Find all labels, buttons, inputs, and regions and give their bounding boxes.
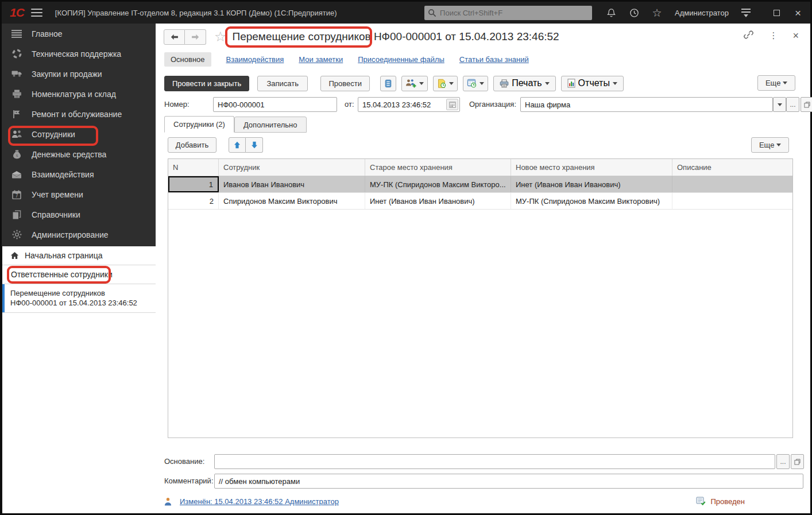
organization-label: Организация: — [469, 100, 516, 109]
global-search[interactable] — [424, 6, 592, 20]
table-row[interactable]: 1 Иванов Иван Иванович МУ-ПК (Спиридонов… — [168, 176, 792, 193]
table-header: N Сотрудник Старое место хранения Новое … — [168, 159, 792, 176]
tab-employees[interactable]: Сотрудники (2) — [164, 116, 234, 133]
cell-n[interactable]: 1 — [168, 176, 219, 192]
sidebar-item-catalogs[interactable]: Справочники — [2, 204, 156, 224]
comment-field[interactable]: // обмен компьютерами — [214, 474, 803, 489]
nav-link-knowledge-base[interactable]: Статьи базы знаний — [459, 55, 529, 64]
column-header-n[interactable]: N — [168, 159, 219, 176]
nav-link-notes[interactable]: Мои заметки — [299, 55, 343, 64]
calendar-picker-icon[interactable] — [446, 99, 458, 110]
sidebar-item-interactions[interactable]: Взаимодействия — [2, 164, 156, 184]
sidebar-item-main[interactable]: Главное — [2, 24, 156, 44]
history-icon[interactable] — [629, 7, 639, 18]
sidebar-item-warehouse[interactable]: Номенклатура и склад — [2, 84, 156, 104]
cell-employee[interactable]: Иванов Иван Иванович — [219, 176, 365, 192]
basis-field[interactable] — [214, 454, 775, 469]
money-icon: s — [11, 149, 22, 160]
close-form-icon[interactable]: × — [792, 30, 799, 41]
scheduled-tasks-button[interactable] — [463, 76, 488, 91]
basis-label: Основание: — [164, 457, 204, 466]
nav-tab-main[interactable]: Основное — [164, 52, 211, 67]
posted-status: Проведен — [696, 497, 745, 506]
more-actions-button[interactable]: Еще — [757, 75, 795, 91]
organization-dropdown-button[interactable] — [773, 97, 786, 112]
create-based-on-employees-button[interactable] — [401, 76, 428, 91]
close-window-button[interactable]: × — [795, 7, 801, 18]
column-header-employee[interactable]: Сотрудник — [219, 159, 365, 176]
column-header-old-place[interactable]: Старое место хранения — [365, 159, 511, 176]
mail-icon — [11, 169, 22, 180]
save-button[interactable]: Записать — [257, 76, 308, 91]
number-field[interactable]: НФ00-000001 — [213, 97, 337, 112]
cell-n[interactable]: 2 — [168, 193, 219, 209]
forward-button[interactable] — [185, 29, 206, 45]
basis-open-button[interactable] — [791, 454, 804, 469]
maximize-button[interactable] — [774, 10, 780, 16]
organization-ellipsis-button[interactable]: ... — [786, 97, 799, 112]
move-row-up-button[interactable] — [229, 137, 246, 153]
open-window-responsible-employees[interactable]: Ответственные сотрудники — [2, 265, 156, 284]
get-link-icon[interactable] — [743, 30, 754, 41]
service-menu-icon[interactable] — [741, 9, 751, 17]
posted-status-text: Проведен — [710, 497, 745, 506]
page-tabs: Сотрудники (2) Дополнительно — [164, 116, 307, 133]
cell-description[interactable] — [672, 193, 792, 209]
sidebar-item-administration[interactable]: Администрирование — [2, 224, 156, 245]
basis-ellipsis-button[interactable]: ... — [776, 454, 790, 469]
employees-icon — [11, 129, 22, 140]
document-form: ☆ Перемещение сотрудников НФ00-000001 от… — [156, 24, 810, 513]
register-records-button[interactable] — [380, 76, 396, 91]
move-row-down-button[interactable] — [246, 137, 263, 153]
post-button[interactable]: Провести — [320, 76, 370, 91]
sidebar-item-repair[interactable]: Ремонт и обслуживание — [2, 104, 156, 124]
cell-old-place[interactable]: МУ-ПК (Спиридонов Максим Викторо... — [365, 176, 511, 192]
nav-link-interactions[interactable]: Взаимодействия — [226, 55, 284, 64]
repair-icon — [11, 109, 22, 119]
cell-new-place[interactable]: МУ-ПК (Спиридонов Максим Викторович) — [511, 193, 672, 209]
open-window-employee-movement[interactable]: Перемещение сотрудников НФ00-000001 от 1… — [2, 284, 156, 313]
tab-additional[interactable]: Дополнительно — [234, 117, 307, 133]
print-button[interactable]: Печать — [493, 76, 555, 91]
warehouse-icon — [11, 89, 22, 99]
user-icon — [164, 497, 172, 506]
reports-button[interactable]: Отчеты — [561, 76, 624, 91]
sidebar-item-purchases[interactable]: Закупки и продажи — [2, 64, 156, 84]
favorite-star-icon[interactable]: ☆ — [214, 29, 227, 45]
cell-new-place[interactable]: Инет (Иванов Иван Иванович) — [511, 176, 672, 192]
column-header-description[interactable]: Описание — [672, 159, 792, 176]
cell-description[interactable] — [672, 176, 792, 192]
sidebar-item-timetracking[interactable]: 7 Учет времени — [2, 184, 156, 204]
create-document-button[interactable] — [433, 76, 458, 91]
sidebar-item-employees[interactable]: Сотрудники — [2, 124, 156, 144]
current-user[interactable]: Администратор — [675, 9, 729, 17]
comment-label: Комментарий: — [164, 477, 214, 485]
more-menu-icon[interactable]: ⋮ — [769, 32, 778, 40]
organization-open-button[interactable] — [801, 97, 812, 112]
post-and-close-button[interactable]: Провести и закрыть — [164, 76, 249, 91]
notifications-bell-icon[interactable] — [606, 7, 616, 18]
cell-employee[interactable]: Спиридонов Максим Викторович — [219, 193, 365, 209]
employees-table[interactable]: N Сотрудник Старое место хранения Новое … — [168, 158, 793, 438]
nav-link-attached-files[interactable]: Присоединенные файлы — [358, 55, 444, 64]
comment-row: Комментарий: // обмен компьютерами — [164, 474, 802, 489]
home-page-item[interactable]: Начальная страница — [2, 246, 156, 265]
favorites-star-icon[interactable]: ☆ — [652, 7, 662, 18]
hamburger-menu-icon[interactable] — [31, 9, 42, 17]
modified-history-link[interactable]: Изменён: 15.04.2013 23:46:52 Администрат… — [180, 497, 339, 506]
back-button[interactable] — [164, 29, 185, 45]
date-label: от: — [345, 100, 354, 109]
table-more-button[interactable]: Еще — [751, 137, 789, 153]
add-row-button[interactable]: Добавить — [168, 137, 216, 153]
date-field[interactable]: 15.04.2013 23:46:52 — [358, 97, 460, 112]
sidebar-item-money[interactable]: s Денежные средства — [2, 144, 156, 164]
table-row[interactable]: 2 Спиридонов Максим Викторович Инет (Ива… — [168, 193, 792, 210]
cell-old-place[interactable]: Инет (Иванов Иван Иванович) — [365, 193, 511, 209]
window-title: [КОПИЯ] Управление IT-отделом 8, редакци… — [55, 9, 337, 17]
sidebar-item-support[interactable]: Техническая поддержка — [2, 44, 156, 64]
organization-field[interactable]: Наша фирма — [520, 97, 773, 112]
search-input[interactable] — [440, 9, 589, 17]
column-header-new-place[interactable]: Новое место хранения — [511, 159, 672, 176]
form-footer: Изменён: 15.04.2013 23:46:52 Администрат… — [164, 494, 802, 508]
dropdown-caret — [480, 82, 484, 85]
